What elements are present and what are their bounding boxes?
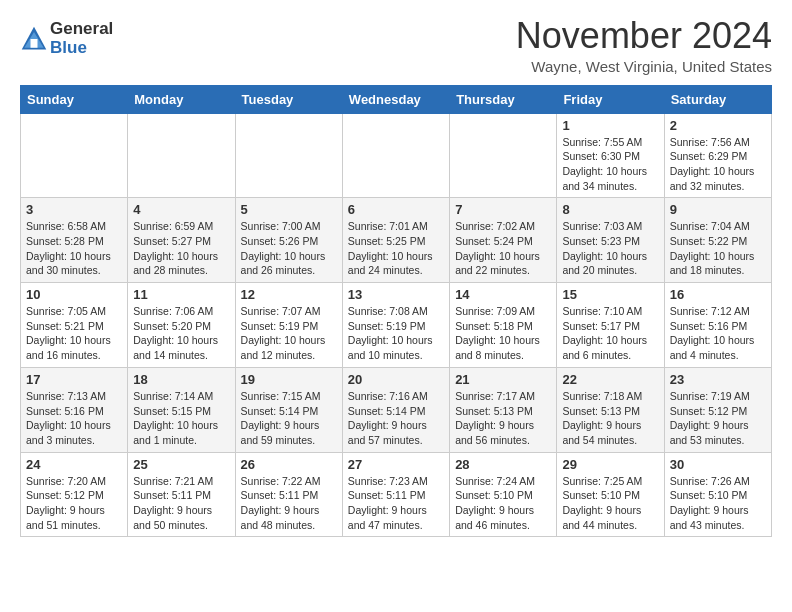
day-number: 15 [562, 287, 658, 302]
day-number: 24 [26, 457, 122, 472]
calendar-cell [342, 113, 449, 198]
calendar-cell: 1Sunrise: 7:55 AMSunset: 6:30 PMDaylight… [557, 113, 664, 198]
calendar-cell: 5Sunrise: 7:00 AMSunset: 5:26 PMDaylight… [235, 198, 342, 283]
day-number: 5 [241, 202, 337, 217]
day-header-thursday: Thursday [450, 85, 557, 113]
calendar-cell: 3Sunrise: 6:58 AMSunset: 5:28 PMDaylight… [21, 198, 128, 283]
calendar-cell: 22Sunrise: 7:18 AMSunset: 5:13 PMDayligh… [557, 367, 664, 452]
calendar-cell [21, 113, 128, 198]
day-info: Sunrise: 7:14 AMSunset: 5:15 PMDaylight:… [133, 389, 229, 448]
day-info: Sunrise: 6:58 AMSunset: 5:28 PMDaylight:… [26, 219, 122, 278]
calendar-header-row: SundayMondayTuesdayWednesdayThursdayFrid… [21, 85, 772, 113]
day-number: 18 [133, 372, 229, 387]
calendar-cell: 30Sunrise: 7:26 AMSunset: 5:10 PMDayligh… [664, 452, 771, 537]
logo-general-text: General [50, 20, 113, 39]
calendar-cell: 14Sunrise: 7:09 AMSunset: 5:18 PMDayligh… [450, 283, 557, 368]
day-info: Sunrise: 7:05 AMSunset: 5:21 PMDaylight:… [26, 304, 122, 363]
day-info: Sunrise: 7:09 AMSunset: 5:18 PMDaylight:… [455, 304, 551, 363]
calendar-cell: 29Sunrise: 7:25 AMSunset: 5:10 PMDayligh… [557, 452, 664, 537]
calendar-cell: 12Sunrise: 7:07 AMSunset: 5:19 PMDayligh… [235, 283, 342, 368]
day-info: Sunrise: 7:12 AMSunset: 5:16 PMDaylight:… [670, 304, 766, 363]
day-number: 17 [26, 372, 122, 387]
day-info: Sunrise: 7:03 AMSunset: 5:23 PMDaylight:… [562, 219, 658, 278]
day-info: Sunrise: 7:15 AMSunset: 5:14 PMDaylight:… [241, 389, 337, 448]
calendar-cell [235, 113, 342, 198]
logo: General Blue [20, 20, 113, 57]
title-block: November 2024 Wayne, West Virginia, Unit… [516, 16, 772, 75]
day-number: 22 [562, 372, 658, 387]
day-info: Sunrise: 7:06 AMSunset: 5:20 PMDaylight:… [133, 304, 229, 363]
day-header-tuesday: Tuesday [235, 85, 342, 113]
day-number: 12 [241, 287, 337, 302]
calendar-cell: 9Sunrise: 7:04 AMSunset: 5:22 PMDaylight… [664, 198, 771, 283]
day-info: Sunrise: 7:24 AMSunset: 5:10 PMDaylight:… [455, 474, 551, 533]
calendar-cell: 27Sunrise: 7:23 AMSunset: 5:11 PMDayligh… [342, 452, 449, 537]
logo-icon [20, 25, 48, 53]
day-info: Sunrise: 7:26 AMSunset: 5:10 PMDaylight:… [670, 474, 766, 533]
calendar-cell: 10Sunrise: 7:05 AMSunset: 5:21 PMDayligh… [21, 283, 128, 368]
calendar-week-row: 10Sunrise: 7:05 AMSunset: 5:21 PMDayligh… [21, 283, 772, 368]
day-info: Sunrise: 7:13 AMSunset: 5:16 PMDaylight:… [26, 389, 122, 448]
day-header-sunday: Sunday [21, 85, 128, 113]
day-info: Sunrise: 7:55 AMSunset: 6:30 PMDaylight:… [562, 135, 658, 194]
day-header-monday: Monday [128, 85, 235, 113]
day-info: Sunrise: 7:00 AMSunset: 5:26 PMDaylight:… [241, 219, 337, 278]
day-info: Sunrise: 7:19 AMSunset: 5:12 PMDaylight:… [670, 389, 766, 448]
calendar-cell: 11Sunrise: 7:06 AMSunset: 5:20 PMDayligh… [128, 283, 235, 368]
day-info: Sunrise: 7:10 AMSunset: 5:17 PMDaylight:… [562, 304, 658, 363]
day-number: 3 [26, 202, 122, 217]
calendar-cell: 21Sunrise: 7:17 AMSunset: 5:13 PMDayligh… [450, 367, 557, 452]
calendar-week-row: 3Sunrise: 6:58 AMSunset: 5:28 PMDaylight… [21, 198, 772, 283]
svg-rect-2 [31, 39, 38, 48]
day-number: 21 [455, 372, 551, 387]
calendar-week-row: 24Sunrise: 7:20 AMSunset: 5:12 PMDayligh… [21, 452, 772, 537]
day-number: 30 [670, 457, 766, 472]
page: General Blue November 2024 Wayne, West V… [0, 0, 792, 553]
calendar-cell: 26Sunrise: 7:22 AMSunset: 5:11 PMDayligh… [235, 452, 342, 537]
day-number: 25 [133, 457, 229, 472]
day-number: 26 [241, 457, 337, 472]
day-number: 14 [455, 287, 551, 302]
day-number: 8 [562, 202, 658, 217]
day-number: 4 [133, 202, 229, 217]
calendar-cell: 20Sunrise: 7:16 AMSunset: 5:14 PMDayligh… [342, 367, 449, 452]
day-number: 6 [348, 202, 444, 217]
day-info: Sunrise: 6:59 AMSunset: 5:27 PMDaylight:… [133, 219, 229, 278]
day-number: 29 [562, 457, 658, 472]
day-number: 13 [348, 287, 444, 302]
day-number: 10 [26, 287, 122, 302]
calendar-cell: 13Sunrise: 7:08 AMSunset: 5:19 PMDayligh… [342, 283, 449, 368]
calendar-cell: 28Sunrise: 7:24 AMSunset: 5:10 PMDayligh… [450, 452, 557, 537]
day-info: Sunrise: 7:21 AMSunset: 5:11 PMDaylight:… [133, 474, 229, 533]
day-info: Sunrise: 7:07 AMSunset: 5:19 PMDaylight:… [241, 304, 337, 363]
header: General Blue November 2024 Wayne, West V… [20, 16, 772, 75]
day-info: Sunrise: 7:56 AMSunset: 6:29 PMDaylight:… [670, 135, 766, 194]
day-number: 9 [670, 202, 766, 217]
day-number: 20 [348, 372, 444, 387]
day-number: 28 [455, 457, 551, 472]
calendar-cell: 19Sunrise: 7:15 AMSunset: 5:14 PMDayligh… [235, 367, 342, 452]
logo-blue-text: Blue [50, 39, 113, 58]
day-number: 1 [562, 118, 658, 133]
day-number: 19 [241, 372, 337, 387]
calendar-week-row: 1Sunrise: 7:55 AMSunset: 6:30 PMDaylight… [21, 113, 772, 198]
day-header-wednesday: Wednesday [342, 85, 449, 113]
calendar-cell: 7Sunrise: 7:02 AMSunset: 5:24 PMDaylight… [450, 198, 557, 283]
day-info: Sunrise: 7:08 AMSunset: 5:19 PMDaylight:… [348, 304, 444, 363]
month-title: November 2024 [516, 16, 772, 56]
logo-text: General Blue [50, 20, 113, 57]
calendar-cell: 24Sunrise: 7:20 AMSunset: 5:12 PMDayligh… [21, 452, 128, 537]
calendar-week-row: 17Sunrise: 7:13 AMSunset: 5:16 PMDayligh… [21, 367, 772, 452]
day-number: 23 [670, 372, 766, 387]
calendar: SundayMondayTuesdayWednesdayThursdayFrid… [20, 85, 772, 538]
day-info: Sunrise: 7:04 AMSunset: 5:22 PMDaylight:… [670, 219, 766, 278]
day-info: Sunrise: 7:22 AMSunset: 5:11 PMDaylight:… [241, 474, 337, 533]
calendar-cell: 15Sunrise: 7:10 AMSunset: 5:17 PMDayligh… [557, 283, 664, 368]
day-header-saturday: Saturday [664, 85, 771, 113]
day-number: 11 [133, 287, 229, 302]
day-info: Sunrise: 7:02 AMSunset: 5:24 PMDaylight:… [455, 219, 551, 278]
day-info: Sunrise: 7:17 AMSunset: 5:13 PMDaylight:… [455, 389, 551, 448]
calendar-cell: 2Sunrise: 7:56 AMSunset: 6:29 PMDaylight… [664, 113, 771, 198]
calendar-cell: 23Sunrise: 7:19 AMSunset: 5:12 PMDayligh… [664, 367, 771, 452]
calendar-cell [450, 113, 557, 198]
